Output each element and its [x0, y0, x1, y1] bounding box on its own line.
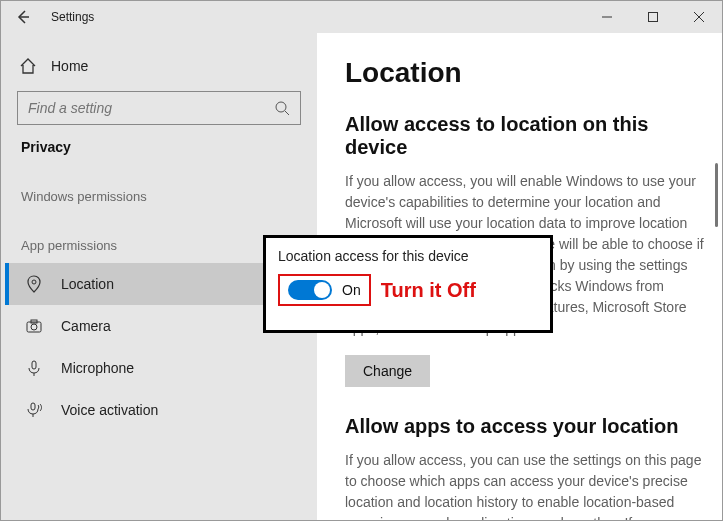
sidebar-item-label: Camera — [61, 318, 111, 334]
minimize-icon — [602, 12, 612, 22]
svg-rect-1 — [649, 13, 658, 22]
callout-row: On Turn it Off — [278, 274, 538, 306]
camera-icon — [25, 317, 43, 335]
window-title: Settings — [51, 10, 94, 24]
svg-point-8 — [31, 324, 37, 330]
window-controls — [584, 1, 722, 33]
titlebar: Settings — [1, 1, 722, 33]
toggle-knob — [314, 282, 330, 298]
svg-point-6 — [32, 280, 36, 284]
maximize-button[interactable] — [630, 1, 676, 33]
microphone-icon — [25, 359, 43, 377]
home-label: Home — [51, 58, 88, 74]
search-box[interactable] — [17, 91, 301, 125]
search-icon — [274, 100, 290, 116]
toggle-state-label: On — [342, 282, 361, 298]
section-title-device-access: Allow access to location on this device — [345, 113, 704, 159]
svg-rect-10 — [32, 361, 36, 369]
section-body-app-access: If you allow access, you can use the set… — [345, 450, 704, 520]
close-button[interactable] — [676, 1, 722, 33]
search-container — [5, 83, 313, 139]
scrollbar-thumb[interactable] — [715, 163, 718, 227]
maximize-icon — [648, 12, 658, 22]
sidebar-item-voice-activation[interactable]: Voice activation — [5, 389, 313, 431]
annotation-text: Turn it Off — [381, 279, 476, 302]
settings-window: Settings Home — [0, 0, 723, 521]
search-input[interactable] — [28, 100, 274, 116]
section-title-app-access: Allow apps to access your location — [345, 415, 704, 438]
home-icon — [19, 57, 37, 75]
sidebar-item-home[interactable]: Home — [5, 49, 313, 83]
minimize-button[interactable] — [584, 1, 630, 33]
sidebar-group-windows-permissions: Windows permissions — [5, 165, 313, 214]
location-access-toggle[interactable] — [288, 280, 332, 300]
sidebar-item-label: Microphone — [61, 360, 134, 376]
change-button[interactable]: Change — [345, 355, 430, 387]
location-icon — [25, 275, 43, 293]
sidebar-item-label: Location — [61, 276, 114, 292]
svg-rect-12 — [31, 403, 35, 410]
voice-activation-icon — [25, 401, 43, 419]
toggle-highlight-box: On — [278, 274, 371, 306]
sidebar-section-privacy: Privacy — [5, 139, 313, 165]
sidebar-item-microphone[interactable]: Microphone — [5, 347, 313, 389]
svg-line-5 — [285, 111, 289, 115]
back-arrow-icon — [15, 9, 31, 25]
close-icon — [694, 12, 704, 22]
back-button[interactable] — [1, 1, 45, 33]
callout-title: Location access for this device — [278, 248, 538, 264]
sidebar-item-label: Voice activation — [61, 402, 158, 418]
annotation-callout: Location access for this device On Turn … — [263, 235, 553, 333]
page-title: Location — [345, 57, 704, 89]
svg-point-4 — [276, 102, 286, 112]
